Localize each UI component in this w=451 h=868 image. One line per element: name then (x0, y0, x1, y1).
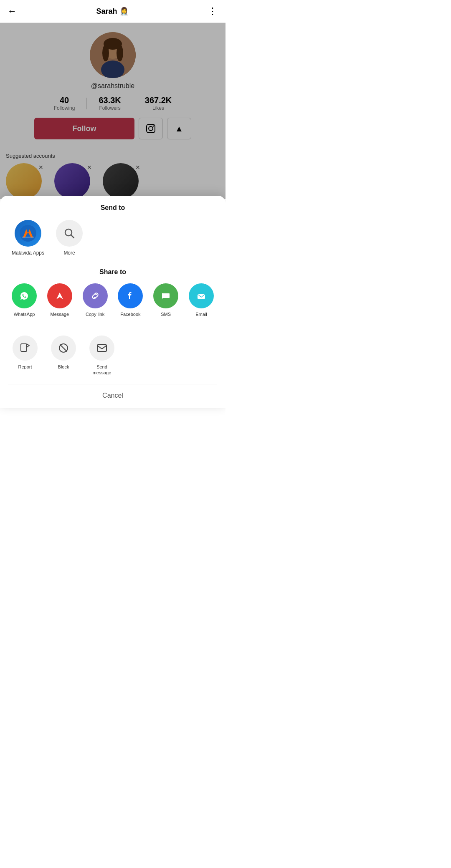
share-item-email[interactable]: Email (186, 283, 216, 317)
followers-label: Followers (99, 105, 120, 111)
whatsapp-label: WhatsApp (14, 312, 35, 317)
chevron-up-button[interactable]: ▲ (167, 118, 191, 139)
svg-rect-11 (22, 237, 34, 238)
email-label: Email (195, 312, 207, 317)
copylink-label: Copy link (86, 312, 104, 317)
followers-stat[interactable]: 63.3K Followers (87, 96, 132, 111)
svg-line-13 (71, 235, 74, 238)
svg-point-4 (102, 45, 109, 61)
chevron-up-icon: ▲ (175, 124, 183, 134)
top-bar: ← Sarah 👩‍⚕️ ⋮ (0, 0, 226, 23)
likes-stat[interactable]: 367.2K Likes (133, 96, 184, 111)
suggested-avatar-1 (6, 163, 42, 199)
more-search-icon (56, 220, 83, 247)
email-icon (189, 283, 214, 308)
likes-count: 367.2K (145, 96, 172, 105)
extra-item-block[interactable]: Block (48, 336, 79, 376)
following-label: Following (54, 105, 75, 111)
suggested-close-1[interactable]: ✕ (37, 163, 45, 172)
svg-rect-22 (21, 344, 27, 351)
message-icon (47, 283, 72, 308)
cancel-label: Cancel (102, 392, 123, 399)
username-label: @sarahstruble (91, 82, 134, 90)
send-to-row: Malavida Apps More (8, 220, 217, 257)
extra-item-sendmessage[interactable]: Sendmessage (87, 336, 117, 376)
block-label: Block (58, 364, 69, 370)
message-label: Message (50, 312, 69, 317)
suggested-avatar-2 (54, 163, 90, 199)
svg-line-24 (60, 345, 67, 351)
suggested-item-2: ✕ (54, 163, 96, 199)
suggested-title: Suggested accounts (6, 153, 220, 159)
follow-button[interactable]: Follow (34, 118, 134, 139)
svg-point-17 (88, 289, 102, 303)
back-button[interactable]: ← (8, 6, 17, 17)
svg-rect-21 (198, 294, 205, 299)
report-icon (13, 336, 38, 361)
facebook-label: Facebook (120, 312, 140, 317)
followers-count: 63.3K (99, 96, 121, 105)
more-options-icon[interactable]: ⋮ (208, 6, 218, 17)
svg-point-7 (149, 126, 153, 131)
svg-point-8 (153, 126, 154, 127)
bottom-sheet: Send to Malavida Apps More (0, 196, 226, 408)
copylink-icon (83, 283, 108, 308)
send-item-malavida[interactable]: Malavida Apps (12, 220, 44, 257)
suggested-item-1: ✕ (6, 163, 48, 199)
suggested-item-3: ✕ (103, 163, 144, 199)
instagram-button[interactable] (139, 118, 163, 139)
stats-row: 40 Following 63.3K Followers 367.2K Like… (7, 96, 219, 111)
sms-label: SMS (161, 312, 171, 317)
send-item-more[interactable]: More (56, 220, 83, 257)
sms-icon (153, 283, 178, 308)
suggested-section: Suggested accounts ✕ ✕ ✕ (0, 149, 226, 199)
suggested-close-3[interactable]: ✕ (134, 163, 142, 172)
share-item-sms[interactable]: SMS (151, 283, 181, 317)
profile-section: @sarahstruble 40 Following 63.3K Followe… (0, 23, 226, 149)
extra-item-report[interactable]: Report (10, 336, 40, 376)
sendmessage-label: Sendmessage (93, 364, 111, 376)
share-item-facebook[interactable]: Facebook (115, 283, 145, 317)
malavida-label: Malavida Apps (12, 250, 44, 257)
more-label: More (63, 250, 75, 257)
block-icon (51, 336, 76, 361)
report-label: Report (18, 364, 32, 370)
following-count: 40 (60, 96, 69, 105)
avatar (90, 32, 136, 78)
send-to-title: Send to (8, 204, 217, 212)
suggested-close-2[interactable]: ✕ (85, 163, 94, 172)
share-item-copylink[interactable]: Copy link (80, 283, 110, 317)
svg-rect-25 (97, 345, 106, 351)
sendmessage-icon (89, 336, 114, 361)
svg-point-1 (101, 61, 124, 78)
share-item-message[interactable]: Message (45, 283, 75, 317)
facebook-icon (118, 283, 143, 308)
share-item-whatsapp[interactable]: WhatsApp (9, 283, 39, 317)
cancel-button[interactable]: Cancel (8, 384, 217, 408)
likes-label: Likes (152, 105, 164, 111)
share-row: WhatsApp Message Copy link (8, 283, 217, 317)
svg-point-5 (117, 45, 123, 61)
divider (8, 327, 217, 327)
whatsapp-icon (12, 283, 37, 308)
suggested-row: ✕ ✕ ✕ (6, 163, 220, 199)
following-stat[interactable]: 40 Following (42, 96, 87, 111)
page-title: Sarah 👩‍⚕️ (96, 7, 128, 16)
suggested-avatar-3 (103, 163, 139, 199)
extra-actions-row: Report Block Sendmessage (8, 336, 217, 376)
malavida-icon (15, 220, 41, 247)
share-to-title: Share to (8, 268, 217, 276)
action-row: Follow ▲ (7, 118, 219, 139)
